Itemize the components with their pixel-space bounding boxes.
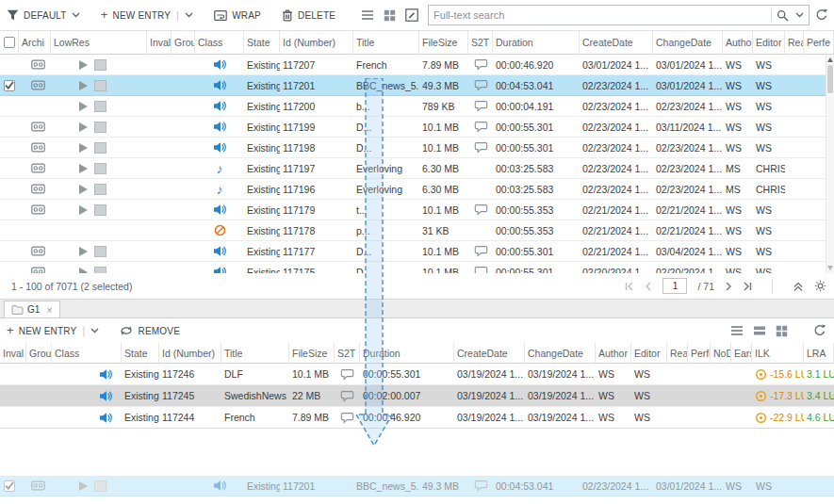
column-header-s2t[interactable]: S2T <box>468 31 493 54</box>
column-header-perfe[interactable]: Perfe <box>804 31 834 54</box>
group-table-row[interactable]: Existing117245SwedishNews22 MB00:02:00.0… <box>0 385 834 407</box>
result-table-row[interactable]: ♪Existing117196Everloving6.30 MB00:03:25… <box>0 179 834 200</box>
column-header-duration[interactable]: Duration <box>493 31 580 54</box>
column-header-read[interactable]: Read <box>785 31 804 54</box>
result-table-row[interactable]: Existing117207French7.89 MB00:00:46.9200… <box>0 55 834 75</box>
column-header-lra[interactable]: LRA <box>804 343 834 363</box>
column-header-ilk[interactable]: ILK <box>752 343 804 363</box>
scroll-up-arrow[interactable] <box>827 57 833 62</box>
edit-search-filter-icon[interactable] <box>405 8 418 22</box>
column-header-changedate[interactable]: ChangeDate <box>653 31 723 54</box>
column-header-changedate[interactable]: ChangeDate <box>525 343 596 363</box>
refresh-icon[interactable] <box>815 8 828 22</box>
column-header-grou[interactable]: Grou <box>172 31 195 54</box>
play-button[interactable] <box>79 143 88 153</box>
column-header-lowres[interactable]: LowRes <box>51 31 147 54</box>
play-button[interactable] <box>79 102 88 111</box>
column-header-nodi[interactable]: NoDi <box>711 343 731 363</box>
close-tab-icon[interactable]: × <box>46 304 52 316</box>
result-table-row[interactable]: Existing117200b...789 KB00:00:04.19102/2… <box>0 96 834 117</box>
next-page-button[interactable] <box>725 282 732 291</box>
row-checkbox[interactable] <box>4 80 15 91</box>
column-header-grou[interactable]: Grou <box>26 343 52 363</box>
grid-view-icon[interactable] <box>384 9 396 22</box>
play-button[interactable] <box>79 205 88 215</box>
scroll-down-arrow[interactable] <box>827 266 833 270</box>
lowres-thumbnail[interactable] <box>94 142 106 154</box>
column-header-editor[interactable]: Editor <box>753 31 785 54</box>
column-header-inval[interactable]: Inval <box>147 31 172 54</box>
column-header-s2t[interactable]: S2T <box>335 343 360 363</box>
rows-view-icon[interactable] <box>753 325 766 336</box>
result-table-row[interactable]: Existing117178p...31 KB00:00:55.35302/21… <box>0 220 834 241</box>
column-header-createdate[interactable]: CreateDate <box>580 31 653 54</box>
column-header-duration[interactable]: Duration <box>360 343 454 363</box>
collapse-panel-icon[interactable] <box>793 281 804 292</box>
tab-g1[interactable]: G1 × <box>4 301 60 317</box>
lowres-thumbnail[interactable] <box>94 204 106 216</box>
play-button[interactable] <box>79 81 88 90</box>
vertical-scrollbar[interactable] <box>826 55 834 273</box>
page-number-input[interactable] <box>662 278 687 294</box>
filter-default-button[interactable]: DEFAULT <box>7 9 80 21</box>
play-button[interactable] <box>79 164 88 173</box>
column-header-title[interactable]: Title <box>221 343 289 363</box>
column-header-archi[interactable]: Archi <box>19 31 51 54</box>
column-header-id[interactable]: Id (Number) <box>280 31 353 54</box>
grid-view-icon[interactable] <box>776 325 788 337</box>
play-button[interactable] <box>79 122 88 132</box>
lowres-thumbnail[interactable] <box>94 59 106 71</box>
search-input[interactable] <box>433 9 766 21</box>
lowres-thumbnail[interactable] <box>94 163 106 174</box>
list-view-icon[interactable] <box>730 325 744 336</box>
lowres-thumbnail[interactable] <box>94 80 106 91</box>
column-header-ears[interactable]: Ears <box>731 343 752 363</box>
group-table-row[interactable]: Existing117244French7.89 MB00:00:46.9200… <box>0 407 834 429</box>
result-table-row[interactable]: Existing117177D...10.1 MB00:00:55.30102/… <box>0 241 834 262</box>
select-all-checkbox[interactable] <box>4 37 15 48</box>
result-table-row[interactable]: Existing117199D...10.1 MB00:00:55.30102/… <box>0 117 834 138</box>
column-header-author[interactable]: Author <box>723 31 753 54</box>
result-table-row[interactable]: Existing117201BBC_news_5..49.3 MB00:04:5… <box>0 75 834 96</box>
column-header-author[interactable]: Author <box>596 343 631 363</box>
column-header-class[interactable]: Class <box>195 31 244 54</box>
lowres-thumbnail[interactable] <box>94 267 106 274</box>
column-header-id[interactable]: Id (Number) <box>159 343 221 363</box>
settings-gear-icon[interactable] <box>814 280 826 292</box>
new-entry-button[interactable]: + NEW ENTRY | <box>101 9 193 21</box>
delete-button[interactable]: DELETE <box>282 9 335 22</box>
play-button[interactable] <box>79 185 88 194</box>
column-header-filesize[interactable]: FileSize <box>419 31 468 54</box>
result-table-row[interactable]: Existing117198D...10.1 MB00:00:55.30102/… <box>0 138 834 158</box>
remove-button[interactable]: REMOVE <box>120 325 180 336</box>
search-icon[interactable] <box>777 9 789 22</box>
lowres-thumbnail[interactable] <box>94 122 106 133</box>
scrollbar-thumb[interactable] <box>827 65 833 93</box>
previous-page-button[interactable] <box>645 282 652 291</box>
column-header-editor[interactable]: Editor <box>631 343 667 363</box>
group-table-row[interactable]: Existing117246DLF10.1 MB00:00:55.30103/1… <box>0 364 834 385</box>
column-header-filesize[interactable]: FileSize <box>289 343 335 363</box>
search-options-chevron-icon[interactable] <box>795 12 804 18</box>
lowres-thumbnail[interactable] <box>94 184 106 195</box>
column-header-read[interactable]: Read <box>667 343 688 363</box>
group-new-entry-button[interactable]: + NEW ENTRY | <box>7 325 99 336</box>
list-view-icon[interactable] <box>361 9 374 21</box>
lowres-thumbnail[interactable] <box>94 246 106 257</box>
column-header-createdate[interactable]: CreateDate <box>454 343 525 363</box>
column-header-inval[interactable]: Inval <box>0 343 26 363</box>
play-button[interactable] <box>79 60 88 70</box>
play-button[interactable] <box>79 247 88 256</box>
result-table-row[interactable]: Existing117175D...10.1 MB00:00:55.30102/… <box>0 262 834 273</box>
refresh-icon[interactable] <box>813 324 826 337</box>
lowres-thumbnail[interactable] <box>94 101 106 112</box>
result-table-row[interactable]: Existing117179t...10.1 MB00:00:55.35302/… <box>0 200 834 220</box>
column-header-perfe[interactable]: Perfe <box>688 343 711 363</box>
wrap-button[interactable]: WRAP <box>214 9 261 22</box>
column-header-state[interactable]: State <box>244 31 280 54</box>
first-page-button[interactable] <box>625 282 634 291</box>
column-header-state[interactable]: State <box>122 343 159 363</box>
column-header-title[interactable]: Title <box>353 31 419 54</box>
column-header-class[interactable]: Class <box>52 343 122 363</box>
result-table-row[interactable]: ♪Existing117197Everloving6.30 MB00:03:25… <box>0 158 834 179</box>
